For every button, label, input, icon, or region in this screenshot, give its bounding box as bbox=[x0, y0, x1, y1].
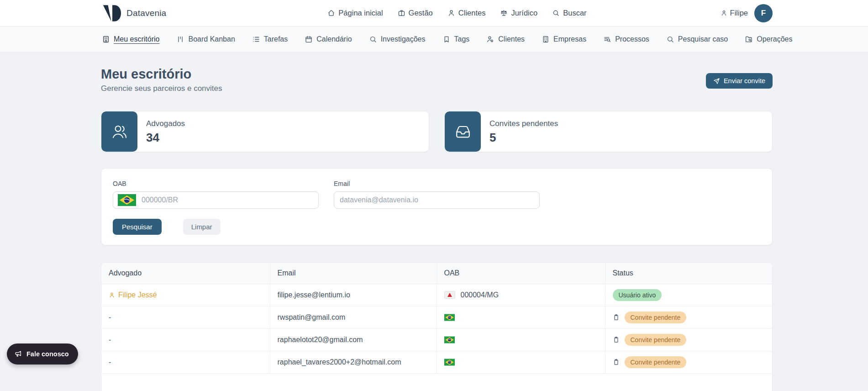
subnav-item-operacoes[interactable]: Operações bbox=[745, 35, 792, 43]
subnav-label: Clientes bbox=[498, 35, 525, 43]
user-icon bbox=[447, 9, 455, 17]
company-icon bbox=[542, 35, 550, 43]
subnav-item-tarefas[interactable]: Tarefas bbox=[252, 35, 288, 43]
email-field-group: Email bbox=[334, 180, 540, 209]
email-label: Email bbox=[334, 180, 540, 187]
title-row: Meu escritório Gerencie seus parceiros e… bbox=[101, 67, 773, 93]
status-cell: Usuário ativo bbox=[613, 284, 765, 306]
clipboard-icon[interactable] bbox=[613, 358, 620, 366]
subnav-label: Calendário bbox=[316, 35, 352, 43]
partners-table-card: Advogado Email OAB Status Filipe Jessé bbox=[101, 262, 773, 391]
search-button[interactable]: Pesquisar bbox=[113, 219, 162, 235]
subnav-label: Board Kanban bbox=[188, 35, 235, 43]
subnav-item-processos[interactable]: Processos bbox=[603, 35, 649, 43]
search-icon bbox=[552, 9, 560, 17]
stat-card-convites-pendentes: Convites pendentes 5 bbox=[444, 111, 773, 152]
col-header-advogado: Advogado bbox=[101, 263, 270, 284]
status-badge: Usuário ativo bbox=[613, 289, 662, 301]
email-cell: rwspatin@gmail.com bbox=[270, 306, 437, 328]
stat-card-advogados: Advogados 34 bbox=[101, 111, 429, 152]
table-row[interactable]: Filipe Jessé filipe.jesse@lentium.io 000… bbox=[101, 284, 772, 306]
nav-label: Buscar bbox=[563, 9, 586, 17]
oab-label: OAB bbox=[113, 180, 319, 187]
send-invite-button[interactable]: Enviar convite bbox=[706, 73, 773, 89]
briefcase-icon bbox=[398, 9, 405, 17]
status-cell: Convite pendente bbox=[613, 351, 765, 373]
tasks-icon bbox=[252, 35, 260, 43]
subnav-label: Empresas bbox=[553, 35, 586, 43]
send-icon bbox=[713, 78, 720, 85]
folder-search-icon bbox=[745, 35, 753, 43]
oab-input-wrap bbox=[113, 191, 319, 209]
users-icon bbox=[101, 111, 137, 152]
bookmark-icon bbox=[442, 35, 451, 43]
subnav-item-investigacoes[interactable]: Investigações bbox=[369, 35, 426, 43]
subnav-label: Tags bbox=[454, 35, 470, 43]
status-cell: Convite pendente bbox=[613, 329, 765, 351]
brazil-flag-icon bbox=[444, 314, 455, 321]
subnav-item-clientes[interactable]: Clientes bbox=[486, 35, 525, 43]
top-nav: Página inicial Gestão Clientes Jurídico … bbox=[300, 9, 586, 17]
subnav-label: Tarefas bbox=[264, 35, 288, 43]
subnav-item-pesquisar-caso[interactable]: Pesquisar caso bbox=[666, 35, 728, 43]
subnav-label: Operações bbox=[757, 35, 792, 43]
brazil-flag-icon bbox=[444, 359, 455, 366]
col-header-oab: OAB bbox=[437, 263, 605, 284]
subnav-item-empresas[interactable]: Empresas bbox=[542, 35, 586, 43]
oab-input[interactable] bbox=[142, 196, 314, 204]
search-form-card: OAB Email Pesquisar Limpar bbox=[101, 168, 773, 245]
avatar[interactable]: F bbox=[754, 4, 773, 22]
subnav-item-board-kanban[interactable]: Board Kanban bbox=[176, 35, 235, 43]
nav-label: Jurídico bbox=[511, 9, 537, 17]
user-area: Filipe F bbox=[721, 4, 773, 22]
status-badge: Convite pendente bbox=[625, 334, 687, 346]
table-row[interactable]: - rwspatin@gmail.com bbox=[101, 306, 772, 328]
list-search-icon bbox=[603, 35, 611, 43]
email-input-wrap bbox=[334, 191, 540, 209]
page-subtitle: Gerencie seus parceiros e convites bbox=[101, 84, 222, 93]
stat-value: 34 bbox=[146, 131, 185, 145]
subnav-label: Investigações bbox=[381, 35, 426, 43]
page-title: Meu escritório bbox=[101, 67, 222, 82]
user-menu[interactable]: Filipe bbox=[721, 9, 748, 17]
search-icon bbox=[666, 35, 674, 43]
clipboard-icon[interactable] bbox=[613, 336, 620, 343]
nav-item-buscar[interactable]: Buscar bbox=[552, 9, 586, 17]
table-row[interactable]: - raphael_tavares2000+2@hotmail.com bbox=[101, 351, 772, 373]
oab-cell: 000004/MG bbox=[444, 291, 598, 299]
send-invite-label: Enviar convite bbox=[724, 77, 765, 85]
kanban-icon bbox=[176, 35, 184, 43]
main-content: Meu escritório Gerencie seus parceiros e… bbox=[101, 67, 773, 391]
contact-label: Fale conosco bbox=[26, 350, 69, 358]
clipboard-icon[interactable] bbox=[613, 313, 620, 321]
contact-button[interactable]: Fale conosco bbox=[7, 343, 78, 365]
mg-flag-icon bbox=[444, 291, 455, 299]
app-header: Datavenia Página inicial Gestão Clientes… bbox=[0, 0, 868, 26]
nav-label: Clientes bbox=[458, 9, 486, 17]
table-header-row: Advogado Email OAB Status bbox=[101, 263, 772, 284]
clear-button[interactable]: Limpar bbox=[183, 219, 221, 235]
oab-number: 000004/MG bbox=[461, 291, 499, 299]
subnav-item-calendario[interactable]: Calendário bbox=[305, 35, 352, 43]
nav-item-pagina-inicial[interactable]: Página inicial bbox=[327, 9, 383, 17]
advogado-cell: - bbox=[101, 328, 270, 351]
advogado-cell: - bbox=[101, 306, 270, 328]
user-icon bbox=[109, 292, 115, 298]
email-cell: raphael_tavares2000+2@hotmail.com bbox=[270, 351, 437, 373]
advogado-cell: Filipe Jessé bbox=[109, 291, 263, 299]
email-input[interactable] bbox=[339, 196, 535, 204]
nav-item-juridico[interactable]: Jurídico bbox=[500, 9, 537, 17]
nav-item-clientes[interactable]: Clientes bbox=[447, 9, 486, 17]
clients-icon bbox=[486, 35, 494, 43]
nav-item-gestao[interactable]: Gestão bbox=[398, 9, 433, 17]
brand: Datavenia bbox=[103, 5, 166, 22]
oab-cell bbox=[444, 336, 598, 343]
nav-label: Página inicial bbox=[338, 9, 383, 17]
oab-field-group: OAB bbox=[113, 180, 319, 209]
subnav-item-meu-escritorio[interactable]: Meu escritório bbox=[102, 35, 159, 43]
table-row[interactable]: - raphaelotot20@gmail.com bbox=[101, 328, 772, 351]
brand-logo-icon bbox=[103, 5, 122, 22]
stat-label: Convites pendentes bbox=[489, 119, 558, 128]
subnav-item-tags[interactable]: Tags bbox=[442, 35, 470, 43]
subnav-label: Pesquisar caso bbox=[678, 35, 728, 43]
